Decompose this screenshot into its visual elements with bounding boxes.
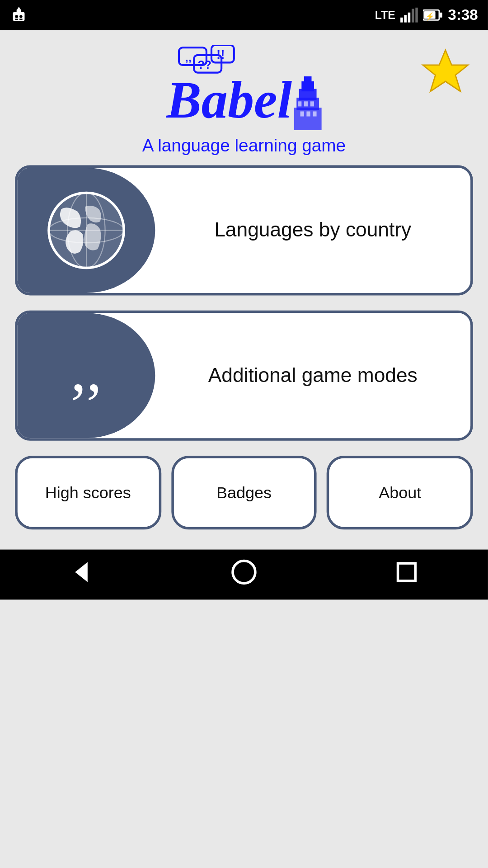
recent-apps-button[interactable] [393, 558, 420, 592]
svg-rect-28 [304, 76, 312, 84]
about-label: About [379, 483, 421, 502]
app-subtitle: A language learning game [142, 135, 346, 155]
bottom-buttons-row: High scores Badges About [15, 456, 473, 529]
svg-rect-31 [310, 101, 314, 106]
about-button[interactable]: About [327, 456, 473, 529]
quotes-icon: ,, [70, 338, 102, 401]
main-content: ,, !! ?? Babel [0, 30, 488, 549]
svg-text:⚡: ⚡ [425, 12, 435, 21]
signal-icon [400, 8, 418, 23]
svg-point-7 [18, 7, 20, 9]
additional-game-modes-card[interactable]: ,, Additional game modes [15, 311, 473, 441]
quotes-icon-area: ,, [18, 313, 155, 438]
time-display: 3:38 [448, 6, 478, 24]
svg-rect-33 [306, 111, 310, 116]
svg-point-2 [15, 15, 18, 18]
svg-rect-8 [400, 18, 403, 23]
svg-rect-24 [294, 108, 322, 130]
globe-icon-area [18, 168, 155, 293]
svg-rect-34 [313, 111, 316, 116]
svg-point-43 [233, 560, 255, 583]
svg-marker-42 [75, 561, 88, 581]
svg-rect-30 [304, 101, 308, 106]
svg-rect-14 [440, 13, 442, 18]
logo-area: ,, !! ?? Babel [142, 45, 346, 156]
svg-text:Babel: Babel [165, 71, 292, 129]
high-scores-button[interactable]: High scores [15, 456, 161, 529]
svg-text:,,: ,, [185, 51, 192, 64]
high-scores-label: High scores [45, 483, 131, 502]
badges-label: Badges [216, 483, 272, 502]
nav-bar [0, 550, 488, 600]
globe-icon [42, 187, 130, 274]
additional-game-modes-label: Additional game modes [155, 313, 470, 438]
svg-point-3 [19, 15, 22, 18]
lte-indicator: LTE [375, 9, 395, 21]
svg-rect-4 [15, 19, 18, 20]
svg-rect-29 [298, 101, 301, 106]
svg-rect-12 [415, 8, 418, 23]
status-bar: LTE ⚡ 3:38 [0, 0, 488, 30]
home-button[interactable] [230, 558, 258, 592]
svg-text:??: ?? [198, 58, 211, 71]
status-bar-left [10, 6, 28, 24]
svg-rect-5 [19, 19, 22, 20]
header: ,, !! ?? Babel [15, 45, 473, 156]
babel-logo: ,, !! ?? Babel [144, 45, 344, 133]
back-button[interactable] [68, 558, 95, 592]
languages-by-country-card[interactable]: Languages by country [15, 165, 473, 296]
svg-rect-0 [13, 12, 25, 21]
svg-marker-35 [423, 50, 468, 91]
status-bar-right: LTE ⚡ 3:38 [375, 6, 478, 24]
star-icon[interactable] [418, 45, 473, 112]
languages-by-country-label: Languages by country [155, 168, 470, 293]
badges-button[interactable]: Badges [171, 456, 317, 529]
svg-rect-32 [300, 111, 304, 116]
svg-rect-11 [412, 9, 414, 22]
svg-rect-44 [398, 563, 416, 580]
svg-rect-10 [408, 13, 411, 23]
robot-icon [10, 6, 28, 24]
svg-rect-9 [404, 15, 407, 23]
battery-icon: ⚡ [423, 9, 443, 21]
